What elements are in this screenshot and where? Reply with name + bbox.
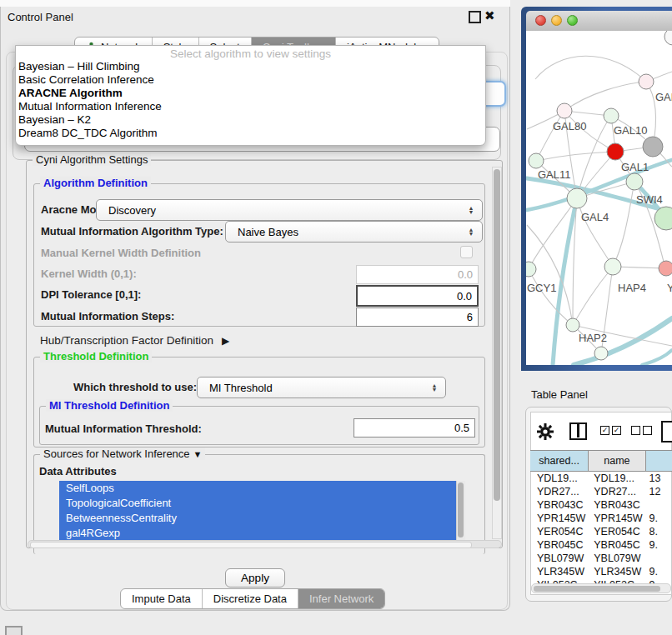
node-label: Y: [667, 282, 672, 294]
table-row[interactable]: YLR345WYLR345W9.: [530, 565, 672, 578]
network-node-gal11[interactable]: [529, 153, 544, 168]
mi-type-label: Mutual Information Algorithm Type:: [41, 225, 223, 238]
float-window-icon[interactable]: [469, 11, 481, 23]
settings-vertical-scrollbar[interactable]: [492, 167, 502, 539]
table-cell: 12: [646, 485, 672, 498]
settings-horizontal-scrollbar[interactable]: [28, 540, 502, 548]
settings-group-title: Cyni Algorithm Settings: [33, 153, 151, 166]
node-label: GAL4: [581, 211, 609, 223]
aracne-mode-select[interactable]: Discovery ▲▼: [96, 199, 483, 221]
which-threshold-label: Which threshold to use:: [73, 381, 197, 393]
network-nodes: GALGAL80GAL10GAL1GAL11SWI4GAL4GCY1HAP4YH…: [526, 31, 672, 360]
network-canvas[interactable]: GALGAL80GAL10GAL1GAL11SWI4GAL4GCY1HAP4YH…: [526, 31, 672, 365]
network-node[interactable]: [594, 347, 608, 360]
network-node-gal80[interactable]: [557, 103, 572, 118]
tab-discretize-data[interactable]: Discretize Data: [203, 589, 298, 608]
network-node-gal4[interactable]: [567, 188, 587, 208]
tab-impute-data[interactable]: Impute Data: [121, 589, 203, 608]
settings-gear-icon[interactable]: [536, 422, 554, 441]
minimize-traffic-light-icon[interactable]: [551, 15, 562, 26]
algorithm-definition-title: Algorithm Definition: [40, 177, 151, 189]
data-attributes-list[interactable]: SelfLoopsTopologicalCoefficientBetweenne…: [59, 481, 465, 541]
algorithm-option[interactable]: Bayesian – K2: [16, 113, 485, 127]
node-label: HAP2: [579, 332, 607, 344]
mi-steps-label: Mutual Information Steps:: [41, 310, 174, 322]
mi-type-value: Naive Bayes: [226, 226, 464, 238]
table-row[interactable]: YDR27...YDR27...12: [530, 485, 672, 498]
mi-algorithm-type-select[interactable]: Naive Bayes ▲▼: [225, 221, 483, 242]
aracne-mode-value: Discovery: [97, 204, 464, 217]
kernel-width-field[interactable]: [356, 265, 479, 284]
table-cell: 9.: [646, 512, 672, 525]
threshold-definition-title: Threshold Definition: [40, 350, 152, 362]
attribute-list-item[interactable]: TopologicalCoefficient: [59, 496, 465, 511]
network-window-titlebar[interactable]: [526, 11, 672, 32]
table-cell: YDR27...: [530, 485, 589, 498]
network-node-y[interactable]: [659, 261, 672, 276]
tab-label: Impute Data: [132, 592, 191, 605]
network-node-hap2[interactable]: [566, 318, 579, 332]
manual-kernel-label: Manual Kernel Width Definition: [41, 247, 201, 259]
network-node-hap4[interactable]: [604, 258, 621, 275]
algorithm-option[interactable]: Mutual Information Inference: [16, 100, 485, 113]
algorithm-option[interactable]: Dream8 DC_TDC Algorithm: [16, 127, 485, 140]
table-horizontal-scrollbar[interactable]: [531, 583, 671, 593]
tab-label: Infer Network: [309, 592, 374, 605]
hub-tf-definition-toggle[interactable]: Hub/Transcription Factor Definition▶: [40, 334, 229, 347]
network-node[interactable]: [643, 137, 663, 157]
dpi-tolerance-field[interactable]: [356, 285, 479, 307]
table-row[interactable]: YBL079WYBL079W: [530, 552, 672, 565]
select-all-icon[interactable]: ✓✓: [600, 426, 624, 441]
column-layout-icon[interactable]: [569, 422, 587, 440]
network-node-gal10[interactable]: [604, 108, 619, 123]
network-node[interactable]: [664, 31, 672, 45]
table-cell: [646, 552, 672, 565]
network-node-swi4[interactable]: [626, 173, 643, 190]
attribute-list-item[interactable]: gal4RGexp: [59, 526, 465, 541]
cyni-algorithm-settings-group: Cyni Algorithm Settings Algorithm Defini…: [26, 160, 503, 548]
combo-arrows-icon: ▲▼: [428, 383, 441, 392]
table-row[interactable]: YBR045CYBR045C9.: [530, 538, 672, 552]
new-table-icon[interactable]: [661, 421, 672, 442]
attribute-list-item[interactable]: BetweennessCentrality: [59, 511, 465, 526]
manual-kernel-checkbox[interactable]: [460, 246, 473, 258]
zoom-traffic-light-icon[interactable]: [567, 15, 578, 26]
network-node-gcy1[interactable]: [526, 262, 536, 277]
mi-threshold-group: MI Threshold Definition Mutual Informati…: [39, 406, 479, 445]
mi-steps-field[interactable]: [356, 308, 479, 327]
table-cell: YER054C: [589, 525, 645, 538]
attributes-list-scrollbar[interactable]: [456, 481, 465, 541]
collapsed-panel-icon[interactable]: [5, 626, 23, 635]
sources-title-text: Sources for Network Inference: [43, 448, 190, 460]
table-cell: 8.: [646, 525, 672, 538]
algorithm-option[interactable]: ARACNE Algorithm: [16, 87, 485, 100]
table-cell: 9.: [646, 565, 672, 578]
dpi-tolerance-label: DPI Tolerance [0,1]:: [41, 288, 141, 301]
network-node-gal[interactable]: [639, 74, 654, 89]
node-label: SWI4: [636, 193, 663, 206]
column-header-name[interactable]: name: [589, 451, 645, 471]
close-traffic-light-icon[interactable]: [535, 15, 546, 26]
deselect-all-icon[interactable]: [631, 426, 654, 441]
which-threshold-select[interactable]: MI Threshold ▲▼: [197, 377, 446, 398]
column-header-shared[interactable]: shared...: [530, 451, 589, 471]
table-row[interactable]: YER054CYER054C8.: [530, 525, 672, 538]
algorithm-option[interactable]: Basic Correlation Inference: [16, 73, 485, 87]
tab-infer-network[interactable]: Infer Network: [298, 589, 384, 608]
combo-arrows-icon: ▲▼: [464, 228, 478, 236]
table-row[interactable]: YDL19...YDL19...13: [530, 472, 672, 485]
network-node-gal1[interactable]: [607, 143, 624, 160]
attribute-list-item[interactable]: SelfLoops: [59, 481, 465, 496]
table-row[interactable]: YBR043CYBR043C: [530, 498, 672, 512]
column-header-partial[interactable]: [646, 451, 672, 471]
algorithm-option[interactable]: Bayesian – Hill Climbing: [16, 60, 485, 73]
control-panel-header: Control Panel ✖: [1, 8, 511, 28]
table-row[interactable]: YPR145WYPR145W9.: [530, 512, 672, 525]
close-icon[interactable]: ✖: [484, 8, 495, 23]
sources-group-title[interactable]: Sources for Network Inference▼: [40, 448, 205, 460]
apply-button[interactable]: Apply: [225, 568, 285, 588]
screen: Control Panel ✖ NetworkStyleSelectCyni T…: [0, 0, 672, 635]
table-body: YDL19...YDL19...13YDR27...YDR27...12YBR0…: [530, 472, 672, 592]
algorithm-popup-list: Bayesian – Hill ClimbingBasic Correlatio…: [16, 60, 485, 140]
mi-threshold-field[interactable]: [354, 418, 475, 438]
